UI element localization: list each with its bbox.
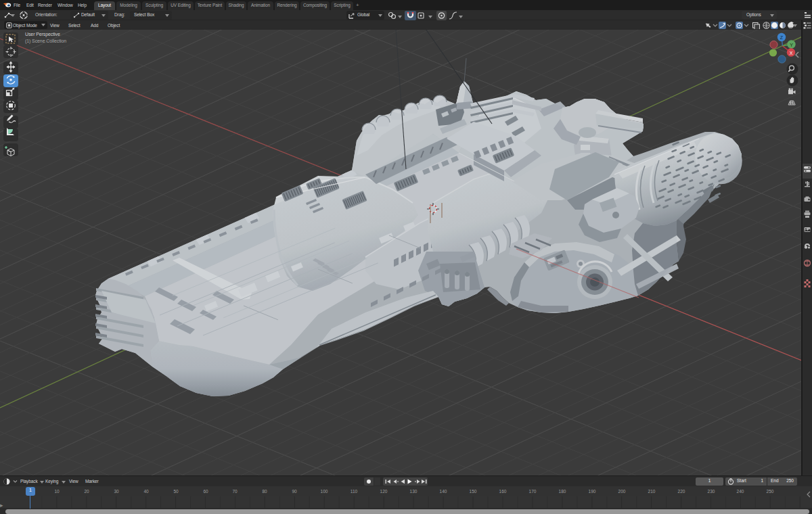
svg-text:X: X [790, 51, 793, 55]
svg-text:Y: Y [790, 43, 793, 47]
svg-text:Z: Z [780, 35, 784, 40]
